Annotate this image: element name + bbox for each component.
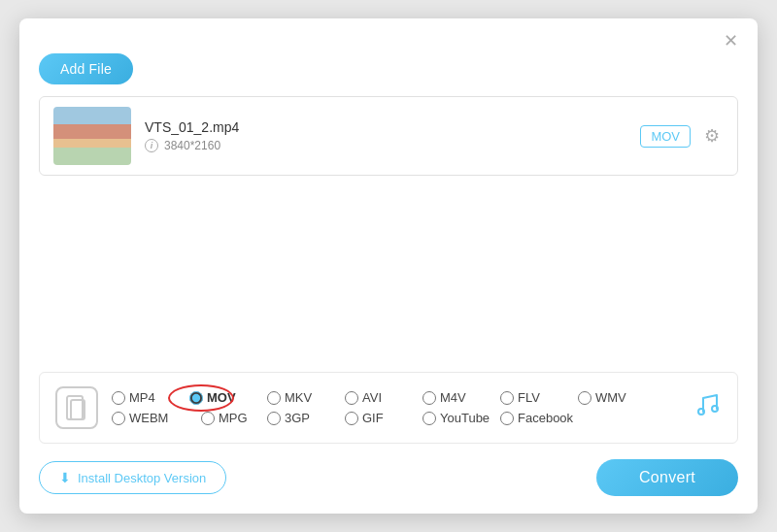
close-button[interactable]: ✕ [718,30,744,51]
radio-gif[interactable] [345,412,358,425]
format-facebook[interactable]: Facebook [500,408,583,428]
format-youtube[interactable]: YouTube [422,408,500,428]
format-panel: MP4 MOV MKV AVI [39,372,738,444]
radio-flv[interactable] [500,391,514,405]
radio-avi[interactable] [345,391,358,405]
format-flv[interactable]: FLV [500,387,578,408]
radio-3gp[interactable] [267,412,281,425]
radio-m4v[interactable] [422,391,436,405]
title-bar: ✕ [19,18,758,53]
convert-button[interactable]: Convert [596,459,738,496]
svg-point-2 [698,409,704,415]
format-webm[interactable]: WEBM [112,408,189,428]
format-row-2: WEBM MPG 3GP GIF YouTube [112,408,669,428]
radio-mkv[interactable] [267,391,281,405]
format-panel-icon [55,386,98,429]
radio-webm[interactable] [112,412,125,425]
label-m4v: M4V [440,390,466,405]
info-icon: i [145,139,158,152]
label-mp4: MP4 [129,390,155,405]
bottom-bar: ⬇ Install Desktop Version Convert [19,444,758,514]
label-gif: GIF [362,411,384,425]
mov-highlight-wrap: MOV [189,390,236,405]
main-window: ✕ Add File VTS_01_2.mp4 i 3840*2160 MOV … [19,18,758,514]
format-wmv[interactable]: WMV [578,387,656,408]
format-mov[interactable]: MOV [189,387,267,408]
add-file-button[interactable]: Add File [39,53,133,84]
format-row-1: MP4 MOV MKV AVI [112,387,669,408]
toolbar: Add File [19,53,758,96]
file-meta: i 3840*2160 [145,139,626,152]
label-avi: AVI [362,390,382,405]
label-mov: MOV [207,390,236,405]
file-name: VTS_01_2.mp4 [145,119,626,135]
radio-mp4[interactable] [112,391,125,405]
label-webm: WEBM [129,411,168,425]
label-wmv: WMV [595,390,626,405]
file-resolution: 3840*2160 [164,139,220,152]
format-mkv[interactable]: MKV [267,387,345,408]
label-facebook: Facebook [518,411,573,425]
format-gif[interactable]: GIF [345,408,422,428]
label-3gp: 3GP [285,411,310,425]
format-m4v[interactable]: M4V [422,387,500,408]
file-thumbnail [53,107,131,165]
format-mpg[interactable]: MPG [189,408,267,428]
settings-button[interactable]: ⚙ [700,123,724,149]
label-youtube: YouTube [440,411,490,425]
label-flv: FLV [518,390,540,405]
download-icon: ⬇ [59,470,71,485]
music-icon [693,390,722,426]
format-3gp[interactable]: 3GP [267,408,345,428]
radio-mov[interactable] [189,391,203,405]
install-label: Install Desktop Version [78,471,206,485]
file-actions: MOV ⚙ [640,123,724,149]
file-info: VTS_01_2.mp4 i 3840*2160 [145,119,626,152]
file-list: VTS_01_2.mp4 i 3840*2160 MOV ⚙ [39,96,738,176]
radio-youtube[interactable] [422,412,436,425]
svg-point-3 [712,406,718,412]
install-desktop-button[interactable]: ⬇ Install Desktop Version [39,461,226,494]
format-badge[interactable]: MOV [640,125,691,148]
format-mp4[interactable]: MP4 [112,387,189,408]
radio-group: MP4 MOV MKV AVI [112,387,669,428]
label-mkv: MKV [285,390,312,405]
radio-mpg[interactable] [201,412,215,425]
radio-wmv[interactable] [578,391,591,405]
radio-facebook[interactable] [500,412,514,425]
format-avi[interactable]: AVI [345,387,422,408]
label-mpg: MPG [219,411,248,425]
